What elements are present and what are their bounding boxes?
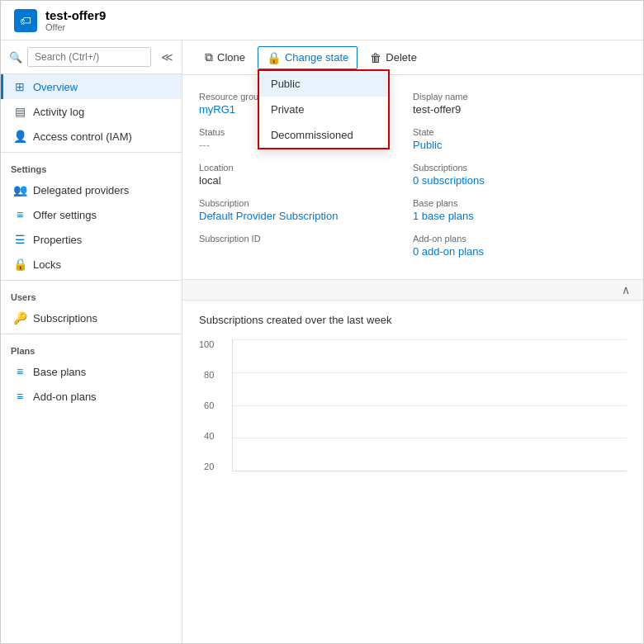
detail-subscription-value[interactable]: Default Provider Subscription <box>199 210 338 222</box>
search-input[interactable] <box>27 47 151 67</box>
offer-icon-symbol: 🏷 <box>20 14 31 27</box>
subscriptions-icon: 🔑 <box>13 311 26 324</box>
change-state-icon: 🔒 <box>267 51 281 64</box>
sidebar-item-offer-settings-label: Offer settings <box>33 209 97 221</box>
detail-subscription: Subscription Default Provider Subscripti… <box>199 195 413 230</box>
sidebar-item-properties-label: Properties <box>33 234 82 246</box>
sidebar-item-base-plans[interactable]: ≡ Base plans <box>1 359 182 384</box>
settings-section-label: Settings <box>1 156 182 178</box>
sidebar-item-add-on-plans[interactable]: ≡ Add-on plans <box>1 384 182 409</box>
detail-subscriptions-label: Subscriptions <box>413 163 627 173</box>
detail-base-plans-value[interactable]: 1 base plans <box>413 210 474 222</box>
sidebar-item-properties[interactable]: ☰ Properties <box>1 227 182 252</box>
detail-add-on-plans: Add-on plans 0 add-on plans <box>413 230 627 266</box>
users-section-label: Users <box>1 284 182 305</box>
content-area: ⧉ Clone 🔒 Change state Public <box>182 40 643 643</box>
sidebar-collapse-button[interactable]: ≪ <box>161 50 173 64</box>
change-state-label: Change state <box>285 51 348 64</box>
chart-container: 100 80 60 40 20 <box>232 339 627 471</box>
sidebar-item-access-control[interactable]: 👤 Access control (IAM) <box>1 124 182 149</box>
detail-base-plans-label: Base plans <box>413 198 627 208</box>
sidebar-item-locks-label: Locks <box>33 258 61 271</box>
sidebar-item-offer-settings[interactable]: ≡ Offer settings <box>1 202 182 227</box>
add-on-plans-icon: ≡ <box>13 390 26 403</box>
header-subtitle: Offer <box>45 22 106 32</box>
dropdown-decommissioned-label: Decommissioned <box>271 129 353 141</box>
toolbar: ⧉ Clone 🔒 Change state Public <box>182 40 643 75</box>
chart-grid-line-2 <box>233 405 627 406</box>
dropdown-private-label: Private <box>271 103 304 116</box>
details-grid: Resource group myRG1 Status --- Location… <box>182 75 643 279</box>
chart-section-bar: ∧ <box>182 279 643 301</box>
sidebar-item-delegated-providers-label: Delegated providers <box>33 184 129 197</box>
detail-state: State Public <box>413 124 627 159</box>
detail-subscriptions-value[interactable]: 0 subscriptions <box>413 174 485 187</box>
detail-subscriptions: Subscriptions 0 subscriptions <box>413 159 627 195</box>
divider-1 <box>1 152 182 153</box>
sidebar-item-delegated-providers[interactable]: 👥 Delegated providers <box>1 178 182 202</box>
chart-title: Subscriptions created over the last week <box>199 314 627 326</box>
sidebar-item-locks[interactable]: 🔒 Locks <box>1 252 182 277</box>
detail-state-label: State <box>413 127 627 137</box>
sidebar-item-activity-log[interactable]: ▤ Activity log <box>1 99 182 124</box>
header-title: test-offer9 <box>45 8 106 22</box>
detail-display-name-label: Display name <box>413 92 627 102</box>
locks-icon: 🔒 <box>13 258 26 271</box>
sidebar-item-subscriptions[interactable]: 🔑 Subscriptions <box>1 305 182 330</box>
dropdown-public-label: Public <box>271 78 300 90</box>
chart-y-labels: 100 80 60 40 20 <box>199 339 214 471</box>
detail-resource-group-value[interactable]: myRG1 <box>199 103 235 116</box>
divider-3 <box>1 334 182 334</box>
chart-section: Subscriptions created over the last week… <box>182 301 643 485</box>
chart-y-label-40: 40 <box>199 431 214 441</box>
overview-icon: ⊞ <box>13 80 26 93</box>
detail-display-name: Display name test-offer9 <box>413 88 627 124</box>
sidebar-search-bar: 🔍 ≪ <box>1 40 182 74</box>
dropdown-item-private[interactable]: Private <box>259 97 388 122</box>
detail-location-value: local <box>199 174 413 187</box>
divider-2 <box>1 280 182 281</box>
change-state-button[interactable]: 🔒 Change state <box>258 46 358 69</box>
detail-add-on-plans-label: Add-on plans <box>413 234 627 244</box>
search-icon: 🔍 <box>9 51 22 64</box>
main-layout: 🔍 ≪ ⊞ Overview ▤ Activity log 👤 Access c… <box>1 40 643 643</box>
app-window: 🏷 test-offer9 Offer 🔍 ≪ ⊞ Overview ▤ Act… <box>0 0 644 644</box>
detail-state-value[interactable]: Public <box>413 139 442 151</box>
detail-display-name-value: test-offer9 <box>413 103 627 116</box>
header-text: test-offer9 Offer <box>45 8 106 32</box>
chart-y-label-100: 100 <box>199 339 214 349</box>
sidebar: 🔍 ≪ ⊞ Overview ▤ Activity log 👤 Access c… <box>1 40 182 643</box>
chart-grid-line-3 <box>233 438 627 438</box>
detail-subscription-label: Subscription <box>199 198 413 208</box>
activity-log-icon: ▤ <box>13 105 26 118</box>
app-header: 🏷 test-offer9 Offer <box>1 1 643 40</box>
detail-subscription-id: Subscription ID <box>199 230 413 253</box>
delete-icon: 🗑 <box>370 51 381 64</box>
clone-label: Clone <box>217 51 245 64</box>
sidebar-item-base-plans-label: Base plans <box>33 366 86 378</box>
chart-y-label-20: 20 <box>199 462 214 471</box>
detail-base-plans: Base plans 1 base plans <box>413 195 627 230</box>
sidebar-item-activity-log-label: Activity log <box>33 106 84 118</box>
details-right: Display name test-offer9 State Public Su… <box>413 88 627 266</box>
chart-y-label-80: 80 <box>199 370 214 380</box>
change-state-dropdown-menu: Public Private Decommissioned <box>258 69 390 149</box>
sidebar-item-subscriptions-label: Subscriptions <box>33 312 97 324</box>
dropdown-item-decommissioned[interactable]: Decommissioned <box>259 122 388 148</box>
delete-label: Delete <box>386 51 417 64</box>
detail-location: Location local <box>199 159 413 195</box>
chart-y-label-60: 60 <box>199 400 214 410</box>
delete-button[interactable]: 🗑 Delete <box>361 46 426 69</box>
sidebar-item-access-control-label: Access control (IAM) <box>33 130 132 143</box>
app-icon: 🏷 <box>14 9 37 32</box>
plans-section-label: Plans <box>1 338 182 359</box>
sidebar-item-overview[interactable]: ⊞ Overview <box>1 74 182 99</box>
dropdown-item-public[interactable]: Public <box>259 71 388 97</box>
detail-add-on-plans-value[interactable]: 0 add-on plans <box>413 245 484 258</box>
chart-grid-line-1 <box>233 372 627 373</box>
base-plans-icon: ≡ <box>13 365 26 378</box>
section-bar-collapse-button[interactable]: ∧ <box>622 283 630 296</box>
delegated-providers-icon: 👥 <box>13 183 26 197</box>
clone-button[interactable]: ⧉ Clone <box>196 45 254 69</box>
detail-subscription-id-label: Subscription ID <box>199 234 413 244</box>
